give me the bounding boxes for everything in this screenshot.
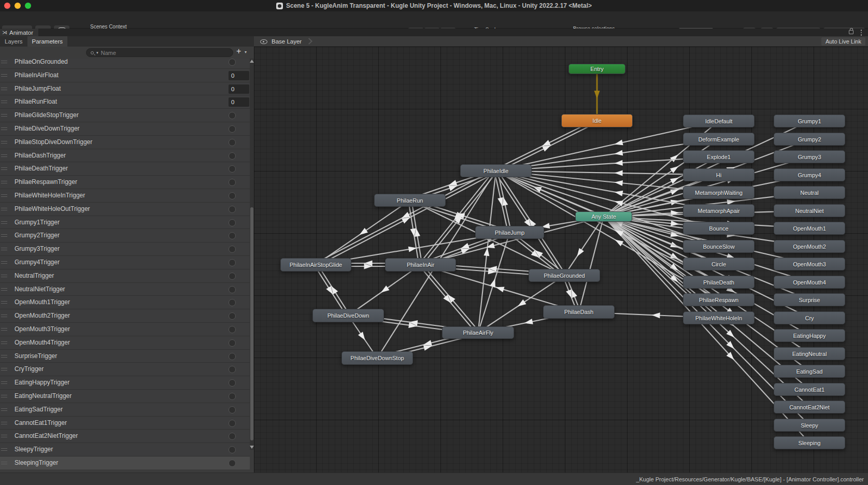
- trigger-toggle[interactable]: [229, 433, 236, 440]
- trigger-toggle[interactable]: [229, 353, 236, 360]
- parameter-row-PhilaeGlideStopTrigger[interactable]: PhilaeGlideStopTrigger: [0, 108, 250, 122]
- state-node-cannot_eat2_niet[interactable]: CannotEat2Niet: [774, 401, 845, 413]
- parameter-row-PhilaeWhiteHoleInTrigger[interactable]: PhilaeWhiteHoleInTrigger: [0, 189, 250, 202]
- parameter-row-EatingHappyTrigger[interactable]: EatingHappyTrigger: [0, 376, 250, 389]
- trigger-toggle[interactable]: [229, 299, 236, 306]
- drag-handle-icon[interactable]: [1, 328, 7, 331]
- state-node-philae_respawn[interactable]: PhilaeRespawn: [683, 293, 755, 306]
- state-node-metamorph_apair[interactable]: MetamorphApair: [683, 204, 755, 217]
- drag-handle-icon[interactable]: [1, 395, 7, 397]
- scroll-down-arrow-icon[interactable]: [250, 446, 254, 449]
- state-node-neutral[interactable]: Neutral: [774, 186, 845, 199]
- parameter-row-CannotEat1Trigger[interactable]: CannotEat1Trigger: [0, 416, 250, 430]
- drag-handle-icon[interactable]: [1, 141, 7, 144]
- state-node-explode1[interactable]: Explode1: [683, 150, 755, 163]
- drag-handle-icon[interactable]: [1, 381, 7, 384]
- trigger-toggle[interactable]: [229, 125, 236, 133]
- scroll-up-arrow-icon[interactable]: [250, 60, 254, 63]
- state-node-idle_default[interactable]: IdleDefault: [683, 115, 755, 127]
- state-node-surprise[interactable]: Surprise: [774, 293, 845, 306]
- trigger-toggle[interactable]: [229, 339, 236, 347]
- trigger-toggle[interactable]: [229, 246, 236, 253]
- parameter-row-SurpriseTrigger[interactable]: SurpriseTrigger: [0, 349, 250, 363]
- trigger-toggle[interactable]: [229, 326, 236, 333]
- parameter-row-PhilaeWhiteHoleOutTrigger[interactable]: PhilaeWhiteHoleOutTrigger: [0, 202, 250, 216]
- state-node-circle[interactable]: Circle: [683, 258, 755, 270]
- state-node-any_state[interactable]: Any State: [575, 211, 632, 222]
- state-node-grumpy4[interactable]: Grumpy4: [774, 168, 845, 181]
- parameter-row-Grumpy1Trigger[interactable]: Grumpy1Trigger: [0, 216, 250, 229]
- parameter-row-NeutralTrigger[interactable]: NeutralTrigger: [0, 269, 250, 282]
- parameter-row-PhilaeRespawnTrigger[interactable]: PhilaeRespawnTrigger: [0, 175, 250, 189]
- close-window-button[interactable]: [4, 3, 10, 9]
- trigger-toggle[interactable]: [229, 179, 236, 186]
- state-node-philae_in_air_stop_glide[interactable]: PhilaeInAirStopGlide: [280, 258, 351, 272]
- drag-handle-icon[interactable]: [1, 208, 7, 210]
- trigger-toggle[interactable]: [229, 406, 236, 413]
- state-node-metamorph_waiting[interactable]: MetamorphWaiting: [683, 186, 755, 199]
- drag-handle-icon[interactable]: [1, 88, 7, 90]
- drag-handle-icon[interactable]: [1, 275, 7, 277]
- drag-handle-icon[interactable]: [1, 301, 7, 304]
- trigger-toggle[interactable]: [229, 420, 236, 427]
- state-node-open_mouth1[interactable]: OpenMouth1: [774, 222, 845, 235]
- state-node-philae_air_fly[interactable]: PhilaeAirFly: [442, 326, 514, 339]
- trigger-toggle[interactable]: [229, 112, 236, 119]
- panel-tab-layers[interactable]: Layers: [0, 36, 27, 47]
- parameter-row-PhilaeOnGrounded[interactable]: PhilaeOnGrounded: [0, 59, 250, 68]
- lock-icon[interactable]: [849, 30, 853, 34]
- parameter-value-field[interactable]: 0: [229, 71, 249, 80]
- drag-handle-icon[interactable]: [1, 127, 7, 130]
- drag-handle-icon[interactable]: [1, 422, 7, 424]
- trigger-toggle[interactable]: [229, 152, 236, 160]
- drag-handle-icon[interactable]: [1, 154, 7, 157]
- parameter-row-PhilaeDashTrigger[interactable]: PhilaeDashTrigger: [0, 149, 250, 162]
- parameter-value-field[interactable]: 0: [229, 97, 249, 107]
- animator-tab[interactable]: ⋊ Animator: [0, 28, 38, 36]
- parameter-row-PhilaeJumpFloat[interactable]: PhilaeJumpFloat0: [0, 82, 250, 95]
- drag-handle-icon[interactable]: [1, 221, 7, 224]
- state-node-philae_dive_down[interactable]: PhilaeDiveDown: [312, 309, 384, 322]
- parameter-row-OpenMouth2Trigger[interactable]: OpenMouth2Trigger: [0, 309, 250, 322]
- drag-handle-icon[interactable]: [1, 234, 7, 237]
- parameter-row-EatingNeutralTrigger[interactable]: EatingNeutralTrigger: [0, 389, 250, 403]
- bool-toggle[interactable]: [229, 59, 236, 66]
- state-node-eating_sad[interactable]: EatingSad: [774, 365, 845, 378]
- drag-handle-icon[interactable]: [1, 462, 7, 464]
- state-node-open_mouth4[interactable]: OpenMouth4: [774, 276, 845, 289]
- state-node-sleeping[interactable]: Sleeping: [774, 436, 845, 449]
- state-node-hi[interactable]: Hi: [683, 168, 755, 181]
- scrollbar-thumb[interactable]: [250, 207, 253, 440]
- state-node-entry[interactable]: Entry: [568, 64, 625, 74]
- parameter-row-PhilaeInAirFloat[interactable]: PhilaeInAirFloat0: [0, 68, 250, 82]
- state-node-bounce[interactable]: Bounce: [683, 222, 755, 235]
- state-node-philae_jump[interactable]: PhilaeJump: [475, 226, 544, 239]
- state-node-cry[interactable]: Cry: [774, 311, 845, 324]
- parameter-row-Grumpy2Trigger[interactable]: Grumpy2Trigger: [0, 229, 250, 242]
- trigger-toggle[interactable]: [229, 259, 236, 266]
- parameter-value-field[interactable]: 0: [229, 84, 249, 94]
- drag-handle-icon[interactable]: [1, 341, 7, 344]
- trigger-toggle[interactable]: [229, 139, 236, 146]
- drag-handle-icon[interactable]: [1, 248, 7, 250]
- trigger-toggle[interactable]: [229, 192, 236, 199]
- drag-handle-icon[interactable]: [1, 167, 7, 170]
- state-node-grumpy2[interactable]: Grumpy2: [774, 133, 845, 146]
- state-node-bounce_slow[interactable]: BounceSlow: [683, 240, 755, 253]
- auto-live-link-button[interactable]: Auto Live Link: [821, 37, 865, 46]
- parameter-row-NeutralNietTrigger[interactable]: NeutralNietTrigger: [0, 282, 250, 296]
- state-node-cannot_eat1[interactable]: CannotEat1: [774, 383, 845, 396]
- trigger-toggle[interactable]: [229, 379, 236, 387]
- parameter-scrollbar[interactable]: [250, 59, 254, 450]
- state-machine-graph[interactable]: EntryIdleAny StatePhilaeIdlePhilaeRunPhi…: [254, 47, 868, 473]
- parameter-row-SleepingTrigger[interactable]: SleepingTrigger: [0, 456, 250, 469]
- parameter-row-CannotEat2NietTrigger[interactable]: CannotEat2NietTrigger: [0, 429, 250, 443]
- drag-handle-icon[interactable]: [1, 74, 7, 77]
- parameter-row-Grumpy3Trigger[interactable]: Grumpy3Trigger: [0, 242, 250, 255]
- state-node-open_mouth3[interactable]: OpenMouth3: [774, 258, 845, 270]
- state-node-grumpy1[interactable]: Grumpy1: [774, 115, 845, 127]
- trigger-toggle[interactable]: [229, 366, 236, 373]
- parameter-row-SleepyTrigger[interactable]: SleepyTrigger: [0, 443, 250, 456]
- drag-handle-icon[interactable]: [1, 181, 7, 183]
- parameter-row-PhilaeDeathTrigger[interactable]: PhilaeDeathTrigger: [0, 162, 250, 175]
